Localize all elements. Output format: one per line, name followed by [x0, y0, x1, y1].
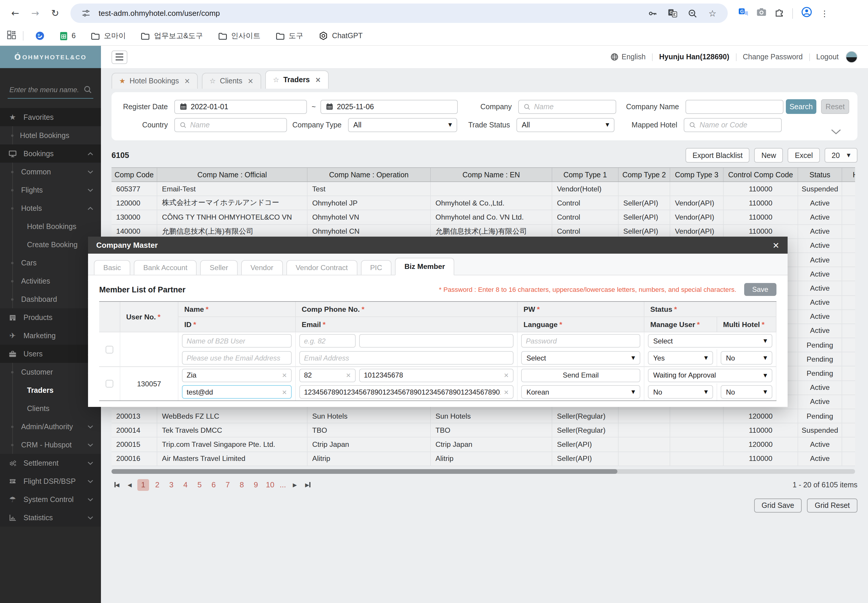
- sidebar-item-system-control[interactable]: ☂System Control: [0, 490, 101, 509]
- page-8[interactable]: 8: [236, 479, 248, 491]
- page-4[interactable]: 4: [180, 479, 191, 491]
- table-row[interactable]: 200016 Air Masters Travel Limited Alitri…: [111, 452, 855, 466]
- country-input[interactable]: Name: [174, 118, 287, 132]
- horizontal-scrollbar[interactable]: [111, 469, 855, 474]
- status-select[interactable]: Select▼: [648, 334, 772, 348]
- clear-icon[interactable]: ✕: [504, 372, 509, 379]
- id-input[interactable]: Please use the Email Address: [182, 351, 292, 365]
- tab-hotel-bookings[interactable]: ★Hotel Bookings×: [111, 73, 198, 89]
- row-checkbox[interactable]: [106, 346, 113, 353]
- grid-reset-button[interactable]: Grid Reset: [807, 498, 858, 513]
- page-10[interactable]: 10: [264, 479, 276, 491]
- back-icon[interactable]: ←: [6, 4, 25, 23]
- sidebar-item-crm-hubspot[interactable]: CRM - Hubspot: [0, 436, 101, 454]
- mapped-hotel-input[interactable]: Name or Code: [684, 118, 782, 132]
- sidebar-item-statistics[interactable]: Statistics: [0, 509, 101, 527]
- modal-tab-pic[interactable]: PIC: [361, 260, 392, 275]
- manage-user-select[interactable]: No▼: [648, 385, 713, 399]
- col-comp-code[interactable]: Comp Code: [111, 168, 157, 181]
- sidebar-item-bookings[interactable]: Bookings: [0, 144, 101, 162]
- url-text[interactable]: test-adm.ohmyhotel.com/user/comp: [99, 9, 640, 18]
- apps-grid-icon[interactable]: [7, 30, 16, 42]
- col-control-comp-code[interactable]: Control Comp Code: [724, 168, 798, 181]
- page-size-select[interactable]: 20▼: [825, 148, 857, 162]
- table-row[interactable]: 200014 Tek Travels DMCC TBO TBO Seller(R…: [111, 423, 855, 438]
- translate-extension-icon[interactable]: G: [738, 7, 748, 19]
- logout-link[interactable]: Logout: [816, 53, 839, 61]
- reload-icon[interactable]: ↻: [46, 4, 65, 23]
- profile-icon[interactable]: [801, 6, 812, 20]
- bookmark-folder-ohmy[interactable]: 오마이: [86, 29, 131, 43]
- clear-icon[interactable]: ✕: [282, 372, 287, 379]
- page-5[interactable]: 5: [194, 479, 205, 491]
- sidebar-item-create-booking[interactable]: Create Booking: [0, 235, 101, 254]
- company-search-input[interactable]: Name: [518, 99, 616, 114]
- bookmark-folder-insight[interactable]: 인사이트: [214, 29, 265, 43]
- sidebar-item-customer[interactable]: Customer: [0, 363, 101, 381]
- bookmark-folder-work[interactable]: 업무보고&도구: [136, 29, 208, 43]
- manage-user-select[interactable]: Yes▼: [648, 351, 713, 365]
- sidebar-item-cars[interactable]: Cars: [0, 254, 101, 272]
- page-9[interactable]: 9: [250, 479, 262, 491]
- modal-tab-seller[interactable]: Seller: [200, 260, 238, 275]
- sidebar-item-admin-authority[interactable]: Admin/Authority: [0, 417, 101, 436]
- sidebar-item-settlement[interactable]: Settlement: [0, 454, 101, 472]
- scrollbar-thumb[interactable]: [111, 469, 617, 474]
- page-6[interactable]: 6: [208, 479, 219, 491]
- user-name[interactable]: Hyunju Han(128690): [659, 53, 729, 61]
- sidebar-item-hotel-bookings[interactable]: Hotel Bookings: [0, 217, 101, 235]
- language-select[interactable]: Korean▼: [521, 385, 640, 399]
- forward-icon[interactable]: →: [26, 4, 45, 23]
- name-input[interactable]: Name of B2B User: [182, 334, 292, 348]
- sidebar-item-users[interactable]: Users: [0, 345, 101, 363]
- change-password-link[interactable]: Change Password: [743, 53, 803, 61]
- zoom-out-icon[interactable]: [686, 9, 700, 18]
- tab-clients[interactable]: ☆Clients×: [202, 73, 261, 89]
- page-7[interactable]: 7: [222, 479, 234, 491]
- expand-filters-chevron-icon[interactable]: [831, 126, 841, 137]
- col-comp-type-1[interactable]: Comp Type 1: [552, 168, 618, 181]
- bookmark-sheet[interactable]: 6: [55, 29, 80, 42]
- register-date-from-input[interactable]: 2022-01-01: [174, 99, 307, 114]
- reset-button[interactable]: Reset: [821, 99, 849, 114]
- password-key-icon[interactable]: [646, 9, 660, 18]
- multi-hotel-select[interactable]: No▼: [721, 351, 772, 365]
- col-hm[interactable]: H.M: [842, 168, 855, 181]
- tune-icon[interactable]: [79, 9, 93, 18]
- modal-tab-bank-account[interactable]: Bank Account: [134, 260, 197, 275]
- sidebar-item-hotel-bookings-fav[interactable]: Hotel Bookings: [0, 126, 101, 144]
- sidebar-item-clients[interactable]: Clients: [0, 399, 101, 417]
- last-page-icon[interactable]: ▶: [302, 480, 313, 490]
- multi-hotel-select[interactable]: No▼: [721, 385, 772, 399]
- excel-button[interactable]: Excel: [788, 148, 820, 162]
- grid-save-button[interactable]: Grid Save: [754, 498, 802, 513]
- page-3[interactable]: 3: [165, 479, 177, 491]
- previous-page-icon[interactable]: ◀: [125, 480, 135, 490]
- sidebar-item-flights[interactable]: Flights: [0, 181, 101, 199]
- phone-code-input[interactable]: e.g. 82: [299, 334, 356, 348]
- register-date-to-input[interactable]: 2025-11-06: [321, 99, 458, 114]
- name-input[interactable]: Zia✕: [182, 368, 292, 382]
- company-name-input[interactable]: [686, 99, 783, 114]
- search-button[interactable]: Search: [786, 99, 816, 114]
- table-row[interactable]: 200015 Trip.com Travel Singapore Pte. Lt…: [111, 438, 855, 452]
- table-row[interactable]: 120000 株式会社オーマイホテルアンドコー Ohmyhotel JP Ohm…: [111, 196, 855, 210]
- avatar[interactable]: [846, 51, 857, 63]
- company-type-select[interactable]: All▼: [348, 118, 457, 132]
- close-icon[interactable]: ×: [184, 77, 190, 85]
- first-page-icon[interactable]: ◀: [111, 480, 122, 490]
- tab-traders[interactable]: ☆Traders×: [265, 70, 328, 89]
- sidebar-item-products[interactable]: Products: [0, 308, 101, 326]
- address-bar[interactable]: test-adm.ohmyhotel.com/user/comp G ☆: [71, 3, 728, 23]
- email-input[interactable]: Email Address: [299, 351, 513, 365]
- status-select[interactable]: Waiting for Approval▼: [648, 368, 772, 382]
- modal-tab-biz-member[interactable]: Biz Member: [395, 258, 454, 275]
- close-icon[interactable]: ×: [315, 76, 321, 84]
- language-select[interactable]: Select▼: [521, 351, 640, 365]
- screenshot-extension-icon[interactable]: [757, 8, 766, 19]
- export-blacklist-button[interactable]: Export Blacklist: [686, 148, 750, 162]
- sidebar-item-marketing[interactable]: ✈Marketing: [0, 326, 101, 345]
- trade-status-select[interactable]: All▼: [516, 118, 614, 132]
- bookmark-chatgpt[interactable]: ChatGPT: [314, 29, 367, 42]
- table-row[interactable]: 130000 CÔNG TY TNHH OHMYHOTEL&CO VN Ohmy…: [111, 210, 855, 224]
